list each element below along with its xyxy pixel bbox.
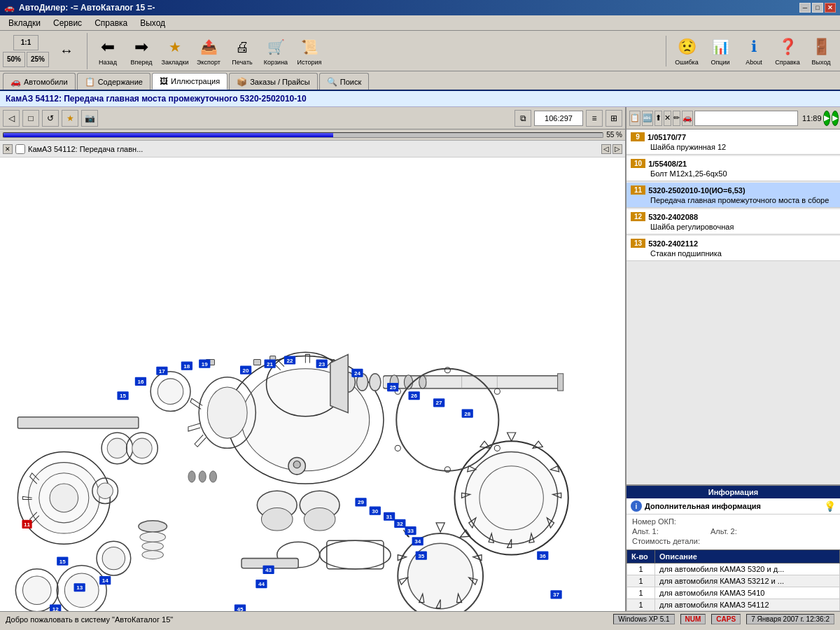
part-desc-11: Передача главная промежуточного моста в … xyxy=(631,196,836,204)
back-button[interactable]: ⬅ Назад xyxy=(92,34,124,69)
svg-point-50 xyxy=(304,508,335,531)
help-label: Справка xyxy=(775,59,799,66)
tab-automobiles[interactable]: 🚗 Автомобили xyxy=(3,73,76,90)
ill-list2-button[interactable]: ⊞ xyxy=(606,110,622,127)
table-row[interactable]: 1для автомобиля КАМАЗ 54112 xyxy=(627,599,840,611)
ill-star-button[interactable]: ★ xyxy=(62,110,78,127)
table-row[interactable]: 1для автомобиля КАМАЗ 5320 и д... xyxy=(627,564,840,575)
help-button[interactable]: ❓ Справка xyxy=(771,34,804,69)
about-button[interactable]: ℹ About xyxy=(738,34,770,69)
right-btn-6[interactable]: 🚗 xyxy=(682,111,693,126)
illus-close-button[interactable]: ✕ xyxy=(3,144,13,154)
part-item-11[interactable]: 11 5320-2502010-10(ИО=6,53) Передача гла… xyxy=(626,183,840,208)
search-input[interactable] xyxy=(694,111,798,126)
tab-search-icon: 🔍 xyxy=(327,77,337,87)
right-btn-3[interactable]: ⬆ xyxy=(654,111,662,126)
tab-search[interactable]: 🔍 Поиск xyxy=(319,73,369,90)
tab-illustration[interactable]: 🖼 Иллюстрация xyxy=(152,73,227,90)
right-toolbar: 😟 Ошибка 📊 Опции ℹ About ❓ Справка 🚪 Вых… xyxy=(663,33,837,69)
right-toolbar-panel: 📋 🔤 ⬆ ✕ ✏ 🚗 11:89 ▶ ▶ ▶ ⊡ xyxy=(626,107,840,130)
svg-text:34: 34 xyxy=(414,538,421,545)
ill-list1-button[interactable]: ≡ xyxy=(586,110,603,127)
illus-nav-left[interactable]: ◁ xyxy=(601,144,611,154)
minimize-button[interactable]: ─ xyxy=(799,3,811,13)
title-text: 🚗 АвтоДилер: -= АвтоКаталог 15 =- xyxy=(4,3,155,13)
svg-point-65 xyxy=(139,521,167,532)
zoom-50-button[interactable]: 50% xyxy=(3,52,25,67)
exit-button[interactable]: 🚪 Выход xyxy=(805,34,837,69)
window-title: АвтоДилер: -= АвтоКаталог 15 =- xyxy=(19,3,155,13)
tab-orders[interactable]: 📦 Заказы / Прайсы xyxy=(229,73,318,90)
maximize-button[interactable]: □ xyxy=(812,3,823,13)
illus-nav-right[interactable]: ▷ xyxy=(612,144,622,154)
svg-text:37: 37 xyxy=(553,592,560,598)
svg-text:18: 18 xyxy=(183,363,190,370)
cell-qty: 1 xyxy=(627,575,655,587)
print-icon: 🖨 xyxy=(231,36,253,58)
error-button[interactable]: 😟 Ошибка xyxy=(671,34,703,69)
fit-width-button[interactable]: ↔ xyxy=(50,34,83,69)
menu-tabs[interactable]: Вкладки xyxy=(3,17,46,29)
play-button-2[interactable]: ▶ xyxy=(832,111,839,126)
svg-point-6 xyxy=(50,484,78,512)
right-btn-4[interactable]: ✕ xyxy=(664,111,671,126)
svg-point-25 xyxy=(207,387,247,438)
info-title-row: i Дополнительная информация 💡 xyxy=(626,498,840,514)
toolbar-separator xyxy=(666,36,666,66)
title-bar: 🚗 АвтоДилер: -= АвтоКаталог 15 =- ─ □ ✕ xyxy=(0,0,840,15)
part-item-10[interactable]: 10 1/55408/21 Болт М12х1,25-6qх50 xyxy=(626,156,840,181)
zoom-25-button[interactable]: 25% xyxy=(27,52,49,67)
bookmarks-button[interactable]: ★ Закладки xyxy=(159,34,191,69)
ill-refresh-button[interactable]: ↺ xyxy=(42,110,59,127)
okp-label: Номер ОКП: xyxy=(632,517,688,526)
part-header-13: 13 5320-2402112 xyxy=(631,239,836,248)
print-button[interactable]: 🖨 Печать xyxy=(226,34,258,69)
ill-prev-button[interactable]: ◁ xyxy=(3,110,20,127)
right-btn-1[interactable]: 📋 xyxy=(629,111,640,126)
cell-desc: для автомобиля КАМАЗ 5320 и д... xyxy=(655,564,840,575)
right-btn-5[interactable]: ✏ xyxy=(673,111,680,126)
part-item-9[interactable]: 9 1/05170/77 Шайба пружинная 12 xyxy=(626,130,840,155)
exit-label: Выход xyxy=(812,59,831,66)
svg-point-66 xyxy=(140,532,166,542)
ill-bookmark-button[interactable]: □ xyxy=(22,110,39,127)
part-item-12[interactable]: 12 5320-2402088 Шайба регулировочная xyxy=(626,209,840,234)
part-item-13[interactable]: 13 5320-2402112 Стакан подшипника xyxy=(626,236,840,261)
right-btn-2[interactable]: 🔤 xyxy=(642,111,653,126)
progress-bar-row: 55 % xyxy=(0,130,625,141)
svg-text:45: 45 xyxy=(237,606,244,611)
options-button[interactable]: 📊 Опции xyxy=(704,34,736,69)
svg-text:11: 11 xyxy=(24,522,31,528)
forward-button[interactable]: ➡ Вперед xyxy=(125,34,158,69)
part-desc-12: Шайба регулировочная xyxy=(631,223,836,231)
left-panel: ◁ □ ↺ ★ 📷 ⧉ ≡ ⊞ 55 % ✕ КамАЗ xyxy=(0,107,626,611)
menu-exit[interactable]: Выход xyxy=(134,17,171,29)
table-row[interactable]: 1для автомобиля КАМАЗ 5410 xyxy=(627,587,840,599)
status-datetime: 7 Января 2007 г. 12:36:2 xyxy=(746,614,834,624)
history-button[interactable]: 📜 История xyxy=(293,34,326,69)
illus-checkbox[interactable] xyxy=(15,144,25,154)
svg-text:17: 17 xyxy=(159,368,166,374)
svg-rect-17 xyxy=(18,417,139,428)
menu-service[interactable]: Сервис xyxy=(48,17,88,29)
close-button[interactable]: ✕ xyxy=(825,3,836,13)
history-icon: 📜 xyxy=(298,36,321,58)
zoom-11-button[interactable]: 1:1 xyxy=(13,35,38,50)
error-label: Ошибка xyxy=(675,59,699,66)
ill-camera-button[interactable]: 📷 xyxy=(81,110,98,127)
export-button[interactable]: 📤 Экспорт xyxy=(192,34,225,69)
parts-list[interactable]: 9 1/05170/77 Шайба пружинная 12 10 1/554… xyxy=(626,130,840,484)
cell-desc: для автомобиля КАМАЗ 53212 и ... xyxy=(655,575,840,587)
svg-text:35: 35 xyxy=(418,553,425,559)
play-button-1[interactable]: ▶ xyxy=(823,111,830,126)
svg-text:30: 30 xyxy=(372,508,379,514)
help-icon: ❓ xyxy=(776,36,799,58)
table-row[interactable]: 1для автомобиля КАМАЗ 53212 и ... xyxy=(627,575,840,587)
menu-help[interactable]: Справка xyxy=(89,17,133,29)
part-header-12: 12 5320-2402088 xyxy=(631,212,836,221)
ill-copy-button[interactable]: ⧉ xyxy=(514,110,531,127)
tab-contents[interactable]: 📋 Содержание xyxy=(77,73,150,90)
part-desc-9: Шайба пружинная 12 xyxy=(631,143,836,151)
basket-button[interactable]: 🛒 Корзина xyxy=(260,34,292,69)
page-input[interactable] xyxy=(534,111,583,126)
